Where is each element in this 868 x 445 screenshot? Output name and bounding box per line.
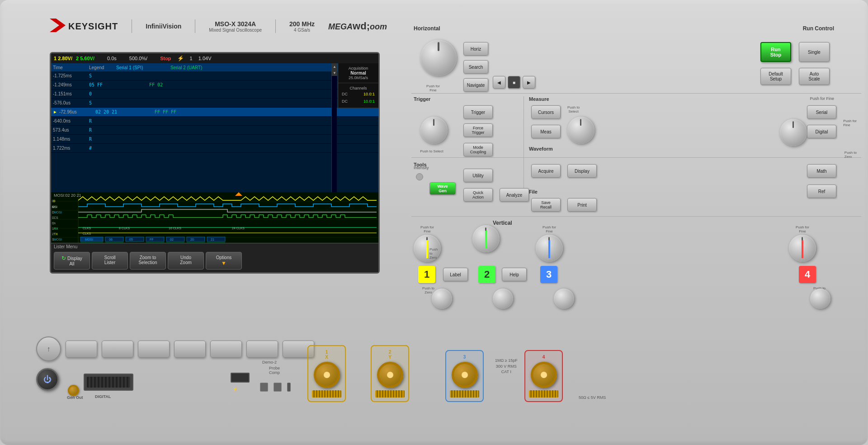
scroll-down-button[interactable]: ▼ <box>332 70 337 76</box>
measure-knob[interactable] <box>780 119 807 146</box>
back-button[interactable]: ↑ <box>36 336 61 361</box>
horiz-button[interactable]: Horiz <box>463 42 488 56</box>
ch3-bnc-pins <box>450 390 479 398</box>
acquire-button[interactable]: Acquire <box>531 164 561 178</box>
lister-row: -1.249ms 05 FF FF 02 <box>51 80 379 90</box>
ch4-bnc-connector <box>531 362 557 388</box>
ch1-pos-knob[interactable] <box>432 289 452 309</box>
svg-text:16 CLKS: 16 CLKS <box>169 227 181 230</box>
nav-stop-button[interactable]: ■ <box>508 76 520 89</box>
save-recall-button[interactable]: SaveRecall <box>531 198 561 212</box>
push-for-fine-label: Push forFine <box>415 84 451 92</box>
analyze-button[interactable]: Analyze <box>500 188 529 202</box>
softkey-3[interactable] <box>138 341 170 358</box>
ch3-bnc-group: 3 <box>445 350 484 402</box>
softkey-2[interactable] <box>102 341 133 358</box>
run-stop-button[interactable]: RunStop <box>760 42 791 62</box>
meas-button[interactable]: Meas <box>531 125 561 138</box>
help-button[interactable]: Help <box>502 268 527 281</box>
channels-section: Channels DC 10.0:1 DC 10.0:1 <box>338 83 378 108</box>
time-status: 0.0s <box>107 56 117 61</box>
ch4-badge[interactable]: 4 <box>799 266 816 283</box>
ch4-bnc-group: 4 <box>524 350 563 402</box>
auto-scale-button[interactable]: AutoScale <box>799 68 830 85</box>
trigger-level-knob[interactable] <box>420 117 448 144</box>
softkey-4[interactable] <box>174 341 206 358</box>
force-trigger-button[interactable]: ForceTrigger <box>463 123 493 137</box>
oscilloscope-screen: 1 2.80V/ 2 5.60V/ 0.0s 500.0%/ Stop ⚡ 1 … <box>50 52 380 274</box>
cursors-button[interactable]: Cursors <box>531 105 561 119</box>
svg-text:MOSI: MOSI <box>54 238 62 241</box>
undo-zoom-button[interactable]: UndoZoom <box>168 252 204 270</box>
intensity-label: Intensity <box>414 166 429 170</box>
acquisition-panel: Acquisition Normal 25.0MSa/s Channels DC… <box>338 63 378 108</box>
utility-button[interactable]: Utility <box>463 169 493 182</box>
ch4-pos-knob[interactable] <box>810 289 830 309</box>
svg-rect-46 <box>166 237 184 241</box>
ch2-bnc-inner: 2Y <box>375 350 405 398</box>
file-section-label: File <box>529 189 538 194</box>
ch3-vertical-area: Push forFine <box>536 225 563 262</box>
scroll-up-button[interactable]: ▲ <box>332 63 337 70</box>
zoom-to-selection-button[interactable]: Zoom toSelection <box>130 252 166 270</box>
scroll-lister-button[interactable]: ScrollLister <box>92 252 128 270</box>
lister-row-selected[interactable]: ► -72.96us 02 20 21 FF FF FF <box>51 108 379 117</box>
default-setup-button[interactable]: DefaultSetup <box>760 68 791 85</box>
softkey-5[interactable] <box>210 341 242 358</box>
quick-action-button[interactable]: QuickAction <box>463 188 493 202</box>
trig-icon: ⚡ <box>177 55 184 62</box>
waveform-section-label: Waveform <box>529 146 553 151</box>
softkey-6[interactable] <box>246 341 278 358</box>
probe-comp-label: ProbeComp <box>269 366 280 375</box>
cursors-knob[interactable] <box>567 117 594 144</box>
display-button[interactable]: Display <box>567 164 597 178</box>
ch2-indicator <box>485 231 487 249</box>
mode-coupling-button[interactable]: ModeCoupling <box>463 143 493 156</box>
ch1-vertical-area: Push forFine Push toZero <box>414 225 441 262</box>
softkey-1[interactable] <box>66 341 97 358</box>
ch2-bnc-group: 2Y <box>371 345 409 402</box>
brand-freq-info: 200 MHz 4 GSa/s <box>289 20 315 33</box>
digital-button[interactable]: Digital <box>807 125 836 138</box>
math-button[interactable]: Math <box>807 164 836 178</box>
ch3-pos-knob[interactable] <box>554 289 574 309</box>
svg-text:RX: RX <box>54 227 58 230</box>
ch1-badge[interactable]: 1 <box>418 266 435 283</box>
nav-right-button[interactable]: ▶ <box>523 76 535 89</box>
ref-button[interactable]: Ref <box>807 185 836 198</box>
ch2-badge[interactable]: 2 <box>478 266 495 283</box>
svg-text:02: 02 <box>170 238 174 241</box>
print-button[interactable]: Print <box>567 198 597 212</box>
lister-menu-title: Lister Menu <box>51 243 378 250</box>
screen-status-bar: 1 2.80V/ 2 5.60V/ 0.0s 500.0%/ Stop ⚡ 1 … <box>51 53 378 63</box>
svg-text:MOSI: MOSI <box>54 211 62 214</box>
svg-text:TX: TX <box>54 232 58 236</box>
ch2-row: DC 10.0:1 <box>340 98 377 105</box>
ch3-badge[interactable]: 3 <box>540 266 557 283</box>
svg-text:05: 05 <box>129 238 133 241</box>
single-button[interactable]: Single <box>799 42 830 62</box>
serial-button[interactable]: Serial <box>807 105 836 119</box>
digital-connector <box>84 374 133 391</box>
probe-comp-2 <box>274 383 282 392</box>
search-button[interactable]: Search <box>463 60 488 74</box>
trigger-button[interactable]: Trigger <box>463 105 493 119</box>
svg-marker-0 <box>50 19 66 32</box>
ch1-bnc-connector <box>314 362 340 388</box>
power-button[interactable]: ⏻ <box>36 368 59 391</box>
ch2-pos-knob[interactable] <box>493 289 513 309</box>
lister-scrollbar[interactable]: ▲ ▼ <box>331 63 337 192</box>
ch4-bnc-pins <box>529 390 558 398</box>
navigate-button[interactable]: Navigate <box>463 78 488 92</box>
display-all-button[interactable]: ↻ DisplayAll <box>54 252 90 270</box>
label-button[interactable]: Label <box>443 268 468 281</box>
ch4-bnc-center <box>541 372 547 378</box>
nav-left-button[interactable]: ◀ <box>493 76 505 89</box>
lister-rows: -1.725ms S -1.249ms 05 FF FF 02 -1.151ms… <box>51 71 379 153</box>
options-button[interactable]: Options▼ <box>206 252 242 270</box>
horizontal-scale-knob[interactable] <box>420 40 457 76</box>
keysight-chevron-icon <box>50 19 66 34</box>
svg-text:FF: FF <box>150 238 154 241</box>
wave-gen-button[interactable]: WaveGen <box>429 182 456 195</box>
brand-model-info: MSO-X 3024A Mixed Signal Oscilloscope <box>209 20 262 33</box>
